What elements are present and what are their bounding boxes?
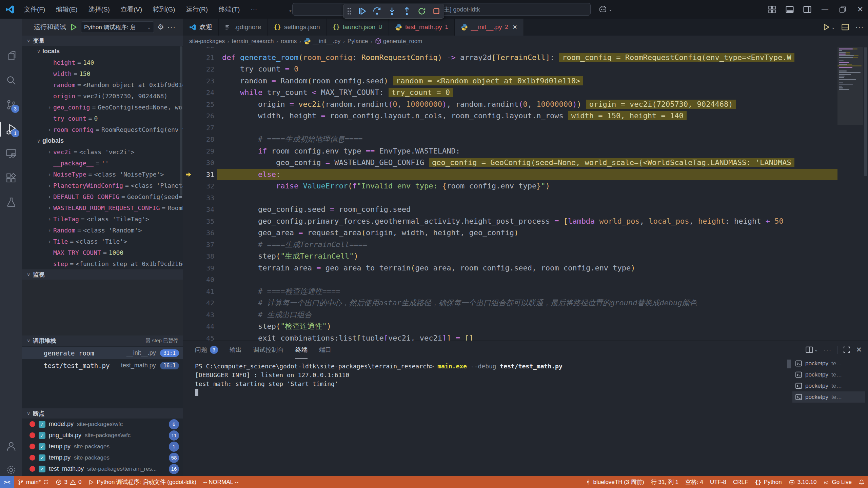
line-number[interactable]: 38 [183, 250, 214, 262]
line-number[interactable]: 44 [183, 321, 214, 332]
line-number[interactable]: 32 [183, 180, 214, 192]
line-number[interactable]: 20 [183, 47, 214, 52]
line-number[interactable]: 41 [183, 286, 214, 298]
variable-row[interactable]: ›vec2i=<class 'vec2i'> [22, 146, 183, 158]
breakpoint-checkbox[interactable]: ✓ [39, 454, 45, 461]
continue-button[interactable] [358, 7, 367, 16]
panel-more-actions-icon[interactable]: ··· [823, 346, 832, 353]
variable-row[interactable]: width=150 [22, 68, 183, 79]
line-number[interactable]: 35 [183, 216, 214, 227]
debug-config-dropdown[interactable]: Python 调试程序: 启 ⌄ [81, 21, 154, 33]
code-line-37[interactable]: 37 # ====生成TerrainCell==== [183, 239, 868, 251]
status-item-commit[interactable]: blueloveTH (3 周前) [582, 476, 648, 488]
debug-settings-gear-icon[interactable]: ⚙ [157, 23, 164, 32]
window-close-icon[interactable]: ✕ [852, 0, 868, 19]
activity-run-and-debug-icon[interactable]: 1 [0, 118, 22, 140]
breadcrumb-item[interactable]: Pylance [348, 38, 368, 45]
editor-more-actions-icon[interactable]: ··· [855, 23, 864, 31]
status-item-error[interactable]: 30 [52, 476, 85, 488]
tab-__init__.py[interactable]: __init__.py2✕ [455, 19, 524, 36]
variable-row[interactable]: ›PlanetaryWindConfig=<class 'Planeta… [22, 180, 183, 191]
editor-scrollbar[interactable] [863, 47, 868, 341]
status-item-braces-txt[interactable]: {}Python [751, 476, 785, 488]
line-number[interactable]: 45 [183, 332, 214, 341]
breakpoints-section-header[interactable]: ∨ 断点 [22, 408, 183, 419]
breakpoint-row[interactable]: ✓model.pysite-packages\wfc6 [22, 419, 183, 430]
variable-row[interactable]: ∨globals [22, 135, 183, 146]
callstack-frame[interactable]: test/test_math.pytest_math.py16:1 [22, 359, 183, 372]
window-minimize-icon[interactable]: — [817, 0, 833, 19]
customize-layout-icon[interactable] [764, 0, 780, 19]
terminal-list-item[interactable]: pocketpyte… [792, 358, 865, 369]
code-line-25[interactable]: 25 origin = vec2i(random.randint(0, 1000… [183, 99, 868, 110]
status-item---normal--[interactable]: -- NORMAL -- [200, 476, 242, 488]
tab-settings.json[interactable]: {}settings.json [268, 19, 326, 36]
terminal-output[interactable]: PS C:\computer_science\godot-ldtk\site-p… [195, 362, 783, 476]
breakpoint-row[interactable]: ✓temp.pysite-packages1 [22, 441, 183, 452]
step-out-button[interactable] [402, 7, 411, 16]
variable-row[interactable]: ›WASTELAND_ROOM_REQUEST_CONFIG=RoomR… [22, 202, 183, 214]
variable-row[interactable]: height=140 [22, 57, 183, 68]
variable-row[interactable]: ›DEFAULT_GEO_CONFIG=GeoConfig(seed=1… [22, 191, 183, 202]
breakpoint-row[interactable]: ✓png_utils.pysite-packages\wfc11 [22, 430, 183, 441]
tab-test_math.py[interactable]: test_math.py1 [389, 19, 455, 36]
line-number[interactable]: 23 [183, 75, 214, 87]
split-editor-icon[interactable] [841, 23, 849, 31]
line-number[interactable]: 26 [183, 110, 214, 122]
activity-source-control-icon[interactable]: 3 [0, 94, 22, 116]
line-number[interactable]: 34 [183, 204, 214, 216]
remote-indicator[interactable]: >< [0, 476, 14, 488]
activity-explorer-icon[interactable] [0, 45, 22, 67]
code-line-22[interactable]: 22 try_count = 0 [183, 63, 868, 75]
profile-icon[interactable]: ⌄ [598, 5, 612, 14]
activity-account-icon[interactable] [0, 435, 22, 457]
code-line-34[interactable]: 34 geo_config.seed = room_config.seed [183, 204, 868, 216]
code-line-36[interactable]: 36 geo_area = request_area(origin, width… [183, 227, 868, 239]
status-item-broadcast[interactable]: Go Live [820, 476, 855, 488]
activity-extensions-icon[interactable] [0, 167, 22, 189]
status-item-crlf[interactable]: CRLF [730, 476, 751, 488]
menu-r[interactable]: 运行(R) [181, 0, 213, 19]
variables-scrollbar[interactable] [180, 46, 182, 196]
breadcrumb-item[interactable]: rooms [281, 38, 297, 45]
variable-row[interactable]: ›Random=<class 'Random'> [22, 225, 183, 236]
menu-t[interactable]: 终端(T) [213, 0, 245, 19]
breadcrumb-item[interactable]: __init__.py [304, 38, 340, 45]
variable-row[interactable]: __package__='' [22, 158, 183, 169]
callstack-section-header[interactable]: ∨ 调用堆栈 因 step 已暂停 [22, 336, 183, 346]
code-line-21[interactable]: 21def generate_room(room_config: RoomReq… [183, 52, 868, 64]
variable-row[interactable]: ›TileTag=<class 'TileTag'> [22, 214, 183, 225]
variable-row[interactable]: try_count=0 [22, 113, 183, 124]
minimap[interactable] [837, 47, 863, 182]
line-number[interactable]: 40 [183, 274, 214, 286]
close-panel-icon[interactable]: ✕ [856, 346, 862, 354]
status-item-行31列1[interactable]: 行 31, 列 1 [648, 476, 682, 488]
code-line-20[interactable]: 20 [183, 47, 868, 52]
panel-tab-调试控制台[interactable]: 调试控制台 [253, 341, 284, 359]
step-over-button[interactable] [373, 7, 381, 16]
variable-row[interactable]: origin=vec2i(7205730, 9024468) [22, 90, 183, 102]
breakpoint-checkbox[interactable]: ✓ [39, 432, 45, 439]
status-item-robot[interactable]: 3.10.10 [785, 476, 820, 488]
line-number[interactable]: 29 [183, 145, 214, 157]
line-number[interactable]: 33 [183, 192, 214, 204]
menu-e[interactable]: 编辑(E) [51, 0, 83, 19]
line-number[interactable]: 36 [183, 227, 214, 239]
tab-launch.json[interactable]: {}launch.jsonU [327, 19, 389, 36]
debug-more-actions-icon[interactable]: ··· [167, 23, 176, 31]
breakpoint-checkbox[interactable]: ✓ [39, 443, 45, 450]
terminal-list-item[interactable]: pocketpyte… [792, 391, 865, 403]
code-line-45[interactable]: 45 exit_combinations:list[tuple[vec2i, v… [183, 332, 868, 341]
code-line-35[interactable]: 35 geo_config.primary_forces.geothermal_… [183, 216, 868, 227]
variable-row[interactable]: ›geo_config=GeoConfig(seed=None, wor… [22, 102, 183, 113]
variable-row[interactable]: ›Tile=<class 'Tile'> [22, 236, 183, 247]
line-number[interactable]: 42 [183, 297, 214, 309]
code-line-40[interactable]: 40 [183, 274, 868, 286]
line-number[interactable]: 27 [183, 122, 214, 134]
line-number[interactable]: 21 [183, 52, 214, 64]
status-item-branch[interactable]: main* [14, 476, 52, 488]
line-number[interactable]: 28 [183, 134, 214, 145]
variable-row[interactable]: ∨locals [22, 46, 183, 57]
menu-s[interactable]: 选择(S) [83, 0, 115, 19]
window-restore-icon[interactable] [835, 0, 850, 19]
